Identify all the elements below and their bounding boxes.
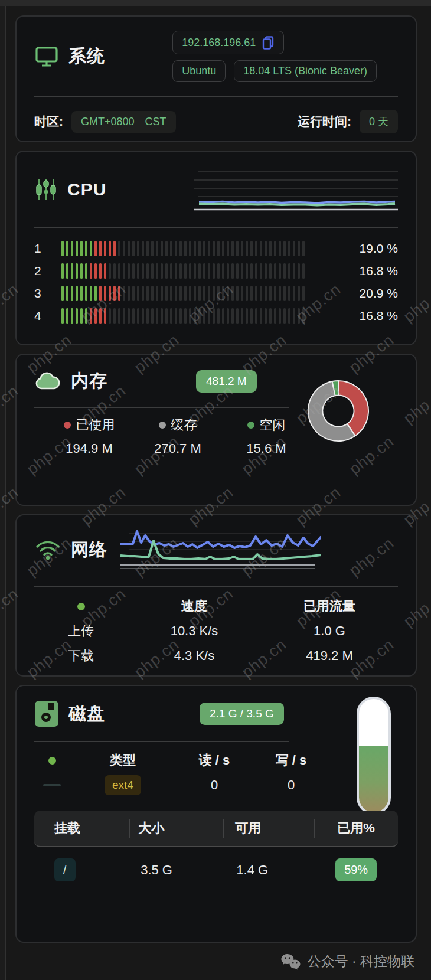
meter-segment — [113, 241, 116, 256]
meter-segment — [128, 308, 130, 324]
meter-segment — [246, 241, 248, 256]
meter-segment — [274, 263, 276, 279]
legend-dot — [159, 422, 166, 429]
cpu-core-row: 320.9 % — [34, 282, 398, 305]
meter-segment — [104, 286, 106, 301]
meter-segment — [109, 286, 111, 301]
meter-segment — [132, 286, 135, 301]
meter-segment — [227, 241, 229, 256]
disk-table: 挂载 大小 可用 已用% /3.5 G1.4 G59% — [34, 811, 398, 893]
meter-segment — [203, 263, 205, 279]
meter-segment — [109, 263, 111, 279]
cpu-core-meter — [61, 241, 344, 256]
used-percent-badge: 59% — [335, 858, 377, 881]
meter-segment — [76, 286, 78, 301]
meter-segment — [302, 241, 305, 256]
meter-segment — [283, 286, 286, 301]
meter-segment — [231, 308, 234, 324]
ip-badge[interactable]: 192.168.196.61 — [172, 31, 284, 54]
meter-segment — [85, 308, 87, 324]
disk-gauge — [357, 697, 391, 815]
legend-value: 15.6 M — [246, 441, 286, 456]
meter-segment — [123, 308, 125, 324]
cpu-core-meter — [61, 308, 344, 324]
meter-segment — [265, 286, 267, 301]
network-card: 网络 速度已用流量上传10.3 K/s1.0 G下载4.3 K/s419.2 M — [15, 514, 417, 677]
meter-segment — [241, 241, 243, 256]
meter-segment — [118, 263, 120, 279]
meter-segment — [156, 263, 158, 279]
meter-segment — [222, 286, 224, 301]
meter-segment — [170, 263, 172, 279]
meter-segment — [66, 308, 68, 324]
speed-header: 速度 — [181, 595, 207, 618]
meter-segment — [104, 263, 106, 279]
wechat-icon — [280, 953, 302, 971]
disk-table-row: /3.5 G1.4 G59% — [34, 847, 398, 893]
meter-segment — [132, 263, 135, 279]
meter-segment — [179, 308, 182, 324]
meter-segment — [189, 263, 191, 279]
footer: 公众号 · 科控物联 — [0, 952, 414, 971]
meter-segment — [213, 286, 215, 301]
meter-segment — [222, 308, 224, 324]
network-chart — [120, 528, 321, 572]
meter-segment — [269, 308, 272, 324]
meter-segment — [151, 241, 154, 256]
disk-device-dash — [43, 784, 61, 786]
meter-segment — [85, 241, 87, 256]
meter-segment — [179, 241, 182, 256]
meter-segment — [76, 308, 78, 324]
legend-label: 缓存 — [171, 416, 197, 434]
meter-segment — [123, 263, 125, 279]
timezone-abbr: CST — [145, 116, 166, 128]
meter-segment — [85, 286, 87, 301]
meter-segment — [61, 241, 64, 256]
direction-label: 上传 — [68, 620, 94, 642]
meter-segment — [298, 286, 300, 301]
meter-segment — [246, 286, 248, 301]
network-status-cell — [77, 595, 85, 618]
meter-segment — [142, 241, 144, 256]
cpu-core-meter — [61, 263, 344, 279]
meter-segment — [61, 308, 64, 324]
divider — [34, 227, 398, 228]
disk-status-dot — [48, 757, 56, 765]
system-badges: 192.168.196.61 Ubuntu 18.04 LTS (Bionic … — [172, 31, 377, 82]
meter-segment — [85, 263, 87, 279]
memory-legend-item: 已使用194.9 M — [45, 416, 133, 456]
meter-segment — [175, 308, 177, 324]
col-used: 已用% — [314, 811, 398, 846]
meter-segment — [146, 241, 149, 256]
io-write-header: 写 / s — [276, 752, 307, 769]
cpu-core-row: 216.8 % — [34, 260, 398, 282]
timezone-label: 时区: — [34, 113, 63, 130]
meter-segment — [269, 263, 272, 279]
meter-segment — [123, 286, 125, 301]
cpu-core-index: 3 — [34, 286, 61, 300]
meter-segment — [250, 286, 253, 301]
meter-segment — [302, 308, 305, 324]
meter-segment — [118, 241, 120, 256]
meter-segment — [104, 241, 106, 256]
meter-segment — [175, 263, 177, 279]
uptime-label: 运行时间: — [298, 113, 351, 130]
meter-segment — [293, 263, 295, 279]
meter-segment — [170, 286, 172, 301]
os-name-badge: Ubuntu — [172, 60, 226, 82]
legend-dot — [64, 422, 71, 429]
meter-segment — [189, 241, 191, 256]
copy-icon[interactable] — [262, 35, 275, 50]
legend-dot — [247, 422, 254, 429]
meter-segment — [128, 263, 130, 279]
disk-gauge-fill — [359, 746, 388, 812]
meter-segment — [293, 286, 295, 301]
legend-value: 270.7 M — [154, 441, 201, 456]
meter-segment — [175, 286, 177, 301]
meter-segment — [94, 241, 97, 256]
meter-segment — [109, 308, 111, 324]
meter-segment — [203, 308, 205, 324]
meter-segment — [165, 308, 168, 324]
meter-segment — [80, 263, 83, 279]
meter-segment — [76, 241, 78, 256]
